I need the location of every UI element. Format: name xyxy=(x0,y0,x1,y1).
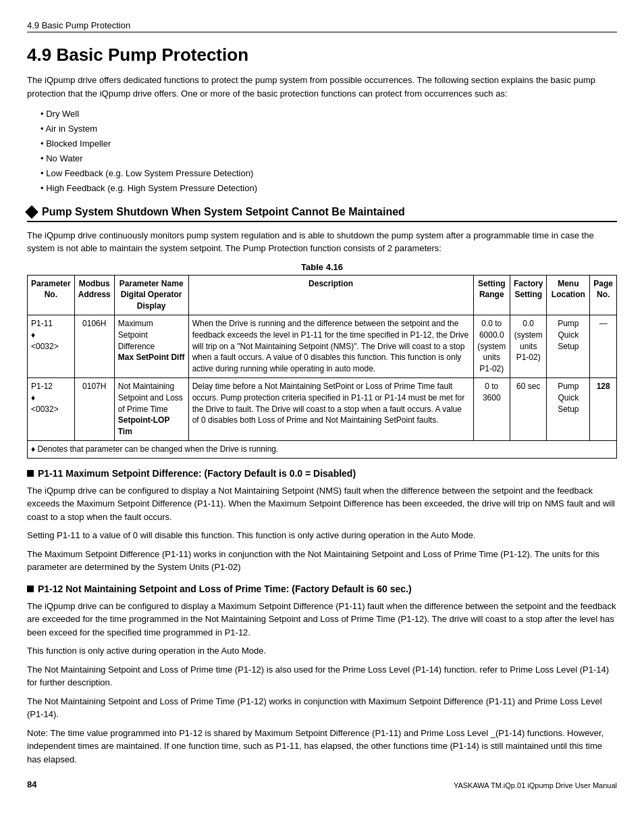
bullet-list: Dry Well Air in System Blocked Impeller … xyxy=(41,107,617,197)
param-cell-p111: P1-11♦<0032> xyxy=(28,315,75,377)
section-title-text: Basic Pump Protection xyxy=(56,45,248,65)
col-header-desc: Description xyxy=(188,275,473,315)
factory-p112: 60 sec xyxy=(510,377,547,440)
sub2-p111-title: P1-11 Maximum Setpoint Difference: (Fact… xyxy=(27,468,617,479)
list-item: High Feedback (e.g. High System Pressure… xyxy=(41,181,617,196)
intro-paragraph1: The iQpump drive offers dedicated functi… xyxy=(27,74,617,100)
menu-p111: Pump QuickSetup xyxy=(547,315,590,377)
p112-para2: This function is only active during oper… xyxy=(27,644,617,658)
table-row: P1-12♦<0032> 0107H Not Maintaining Setpo… xyxy=(28,377,617,440)
diamond-icon xyxy=(25,205,38,219)
desc-p111: When the Drive is running and the differ… xyxy=(188,315,473,377)
main-table: ParameterNo. ModbusAddress Parameter Nam… xyxy=(27,275,617,459)
top-bar: 4.9 Basic Pump Protection xyxy=(27,20,617,32)
menu-p112: Pump QuickSetup xyxy=(547,377,590,440)
list-item: Low Feedback (e.g. Low System Pressure D… xyxy=(41,166,617,181)
p112-para4: The Not Maintaining Setpoint and Loss of… xyxy=(27,695,617,721)
table-caption: Table 4.16 xyxy=(27,262,617,272)
page-number: 84 xyxy=(27,779,36,789)
page-title: 4.9 Basic Pump Protection xyxy=(27,45,617,66)
factory-p111: 0.0(systemunitsP1-02) xyxy=(510,315,547,377)
square-icon2 xyxy=(27,585,34,592)
col-header-menu: MenuLocation xyxy=(547,275,590,315)
col-header-page: PageNo. xyxy=(590,275,617,315)
table-row: P1-11♦<0032> 0106H Maximum Setpoint Diff… xyxy=(28,315,617,377)
square-icon xyxy=(27,470,34,477)
name-p111: Maximum Setpoint Difference Max SetPoint… xyxy=(114,315,188,377)
subsection1-intro: The iQpump drive continuously monitors p… xyxy=(27,229,617,255)
p111-para3: The Maximum Setpoint Difference (P1-11) … xyxy=(27,548,617,574)
list-item: Blocked Impeller xyxy=(41,136,617,151)
subsection1-title: Pump System Shutdown When System Setpoin… xyxy=(27,206,617,222)
footer: 84 YASKAWA TM.iQp.01 iQpump Drive User M… xyxy=(27,779,617,789)
range-p112: 0 to 3600 xyxy=(473,377,510,440)
list-item: No Water xyxy=(41,151,617,166)
list-item: Air in System xyxy=(41,122,617,136)
page-p111: — xyxy=(590,315,617,377)
table-note-row: ♦ Denotes that parameter can be changed … xyxy=(28,440,617,458)
modbus-p111: 0106H xyxy=(74,315,114,377)
top-bar-left: 4.9 Basic Pump Protection xyxy=(27,20,130,30)
col-header-modbus: ModbusAddress xyxy=(74,275,114,315)
table-note: ♦ Denotes that parameter can be changed … xyxy=(28,440,617,458)
param-cell-p112: P1-12♦<0032> xyxy=(28,377,75,440)
page-p112: 128 xyxy=(590,377,617,440)
desc-p112: Delay time before a Not Maintaining SetP… xyxy=(188,377,473,440)
p111-para1: The iQpump drive can be configured to di… xyxy=(27,484,617,524)
name-p112: Not Maintaining Setpoint and Loss of Pri… xyxy=(114,377,188,440)
range-p111: 0.0 to6000.0(systemunitsP1-02) xyxy=(473,315,510,377)
list-item: Dry Well xyxy=(41,107,617,122)
col-header-name: Parameter NameDigital OperatorDisplay xyxy=(114,275,188,315)
footer-brand: YASKAWA TM.iQp.01 iQpump Drive User Manu… xyxy=(454,781,617,789)
sub2-p112-title: P1-12 Not Maintaining Setpoint and Loss … xyxy=(27,583,617,594)
col-header-setting: SettingRange xyxy=(473,275,510,315)
p112-para5: Note: The time value programmed into P1-… xyxy=(27,727,617,766)
section-number: 4.9 xyxy=(27,45,51,65)
modbus-p112: 0107H xyxy=(74,377,114,440)
col-header-param: ParameterNo. xyxy=(28,275,75,315)
p111-para2: Setting P1-11 to a value of 0 will disab… xyxy=(27,529,617,542)
p112-para1: The iQpump drive can be configured to di… xyxy=(27,600,617,640)
p112-para3: The Not Maintaining Setpoint and Loss of… xyxy=(27,663,617,689)
col-header-factory: FactorySetting xyxy=(510,275,547,315)
